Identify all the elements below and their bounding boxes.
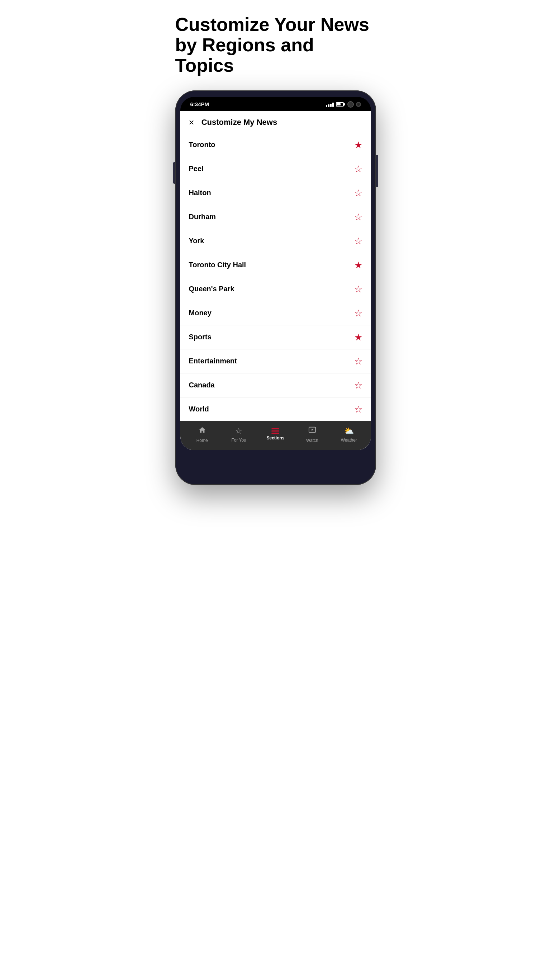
svg-marker-1	[311, 429, 314, 431]
star-empty-icon[interactable]: ☆	[354, 212, 362, 222]
play-icon	[308, 426, 316, 436]
item-label: Toronto	[189, 141, 216, 149]
list-item[interactable]: Canada☆	[180, 374, 371, 398]
nav-label-home: Home	[197, 438, 208, 443]
nav-item-for-you[interactable]: ☆For You	[226, 426, 251, 443]
list-item[interactable]: Halton☆	[180, 181, 371, 205]
home-icon	[198, 426, 206, 436]
item-label: Canada	[189, 381, 215, 389]
star-filled-icon[interactable]: ★	[354, 140, 362, 150]
list-item[interactable]: Money☆	[180, 301, 371, 325]
item-label: Toronto City Hall	[189, 261, 246, 269]
item-label: Entertainment	[189, 357, 237, 365]
star-empty-icon[interactable]: ☆	[354, 356, 362, 366]
star-filled-icon[interactable]: ★	[354, 332, 362, 342]
nav-item-home[interactable]: Home	[190, 426, 215, 443]
item-label: York	[189, 237, 204, 245]
list-item[interactable]: Toronto★	[180, 133, 371, 157]
item-label: Durham	[189, 213, 216, 221]
list-item[interactable]: Sports★	[180, 325, 371, 349]
phone-shell: 6:34PM × Customize My News	[175, 91, 376, 485]
page-headline: Customize Your News by Regions and Topic…	[175, 14, 376, 76]
headline-line2: by Regions and Topics	[175, 35, 314, 76]
star-empty-icon[interactable]: ☆	[354, 164, 362, 173]
camera-icon	[348, 101, 354, 108]
list-item[interactable]: Queen's Park☆	[180, 277, 371, 301]
item-label: Sports	[189, 333, 211, 341]
item-label: World	[189, 405, 209, 413]
list-item[interactable]: World☆	[180, 398, 371, 421]
screen: × Customize My News Toronto★Peel☆Halton☆…	[180, 111, 371, 450]
star-icon: ☆	[235, 426, 242, 436]
list-item[interactable]: Durham☆	[180, 205, 371, 229]
close-button[interactable]: ×	[189, 118, 194, 127]
nav-item-sections[interactable]: Sections	[263, 428, 288, 441]
nav-label-watch: Watch	[306, 438, 318, 443]
battery-icon	[336, 102, 344, 107]
nav-label-weather: Weather	[341, 438, 357, 443]
list-item[interactable]: Entertainment☆	[180, 349, 371, 374]
star-empty-icon[interactable]: ☆	[354, 309, 362, 318]
nav-label-for-you: For You	[231, 438, 246, 443]
status-time: 6:34PM	[191, 101, 210, 107]
status-icons	[326, 101, 361, 108]
headline-line1: Customize Your News	[175, 14, 369, 35]
weather-icon: ⛅	[344, 426, 354, 436]
sections-icon	[272, 428, 279, 434]
lens-icon	[356, 102, 361, 107]
star-empty-icon[interactable]: ☆	[354, 236, 362, 246]
list-item[interactable]: York☆	[180, 229, 371, 253]
news-list: Toronto★Peel☆Halton☆Durham☆York☆Toronto …	[180, 133, 371, 421]
star-filled-icon[interactable]: ★	[354, 261, 362, 270]
star-empty-icon[interactable]: ☆	[354, 285, 362, 294]
list-item[interactable]: Toronto City Hall★	[180, 253, 371, 277]
item-label: Queen's Park	[189, 285, 235, 293]
notch	[252, 97, 299, 103]
bottom-nav: Home☆For YouSectionsWatch⛅Weather	[180, 421, 371, 450]
header-title: Customize My News	[202, 118, 278, 127]
star-empty-icon[interactable]: ☆	[354, 405, 362, 414]
star-empty-icon[interactable]: ☆	[354, 188, 362, 198]
nav-item-weather[interactable]: ⛅Weather	[336, 426, 361, 443]
item-label: Money	[189, 309, 211, 317]
status-bar: 6:34PM	[180, 97, 371, 111]
item-label: Peel	[189, 165, 203, 173]
nav-item-watch[interactable]: Watch	[300, 426, 325, 443]
nav-label-sections: Sections	[266, 436, 284, 441]
signal-icon	[326, 102, 334, 107]
star-empty-icon[interactable]: ☆	[354, 380, 362, 390]
app-header: × Customize My News	[180, 111, 371, 133]
list-item[interactable]: Peel☆	[180, 157, 371, 181]
item-label: Halton	[189, 189, 211, 197]
